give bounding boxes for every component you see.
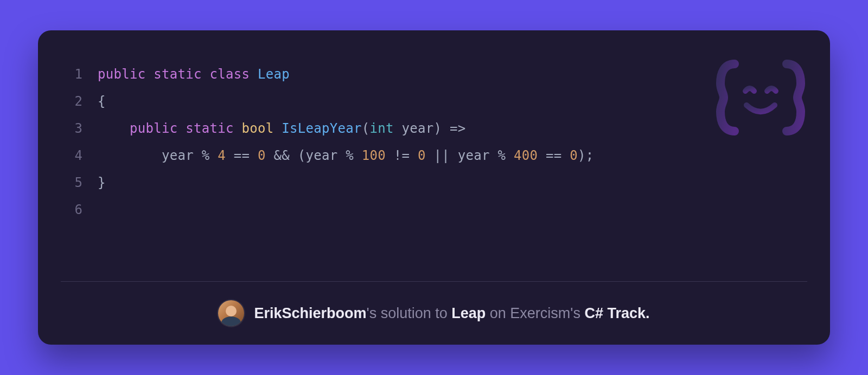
- line-number: 3: [61, 115, 98, 142]
- attribution-text: ErikSchierboom's solution to Leap on Exe…: [254, 305, 649, 322]
- code-line: 6: [61, 196, 807, 223]
- solution-card: 1public static class Leap2{3 public stat…: [38, 30, 830, 345]
- code-content: year % 4 == 0 && (year % 100 != 0 || yea…: [98, 142, 594, 169]
- platform-name: Exercism: [510, 305, 570, 321]
- code-block: 1public static class Leap2{3 public stat…: [61, 61, 807, 281]
- attribution-footer: ErikSchierboom's solution to Leap on Exe…: [61, 282, 807, 345]
- track-name: C# Track.: [584, 305, 649, 321]
- username: ErikSchierboom: [254, 305, 366, 321]
- line-number: 1: [61, 61, 98, 88]
- line-number: 5: [61, 169, 98, 196]
- code-line: 2{: [61, 88, 807, 115]
- code-content: public static class Leap: [98, 61, 290, 88]
- code-content: }: [98, 169, 106, 196]
- code-line: 5}: [61, 169, 807, 196]
- code-line: 4 year % 4 == 0 && (year % 100 != 0 || y…: [61, 142, 807, 169]
- code-content: public static bool IsLeapYear(int year) …: [98, 115, 466, 142]
- exercise-name: Leap: [451, 305, 486, 321]
- line-number: 4: [61, 142, 98, 169]
- line-number: 6: [61, 196, 98, 223]
- avatar: [218, 300, 244, 326]
- code-line: 3 public static bool IsLeapYear(int year…: [61, 115, 807, 142]
- code-content: {: [98, 88, 106, 115]
- code-line: 1public static class Leap: [61, 61, 807, 88]
- line-number: 2: [61, 88, 98, 115]
